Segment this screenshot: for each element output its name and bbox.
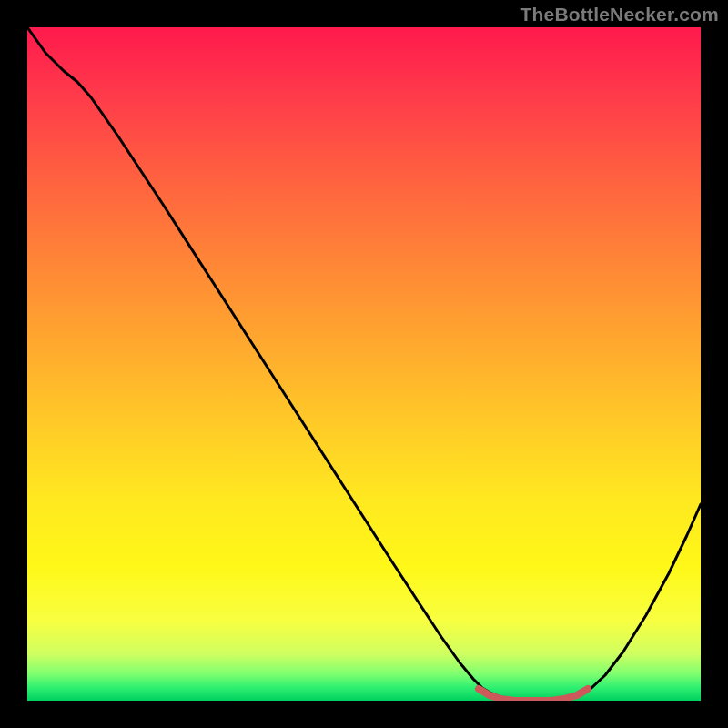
credit-label: TheBottleNecker.com <box>520 4 719 25</box>
bottleneck-curve <box>27 27 701 701</box>
chart-frame: TheBottleNecker.com <box>0 0 728 728</box>
plot-area <box>27 27 701 701</box>
flat-segment-highlight <box>479 689 588 701</box>
chart-svg <box>27 27 701 701</box>
